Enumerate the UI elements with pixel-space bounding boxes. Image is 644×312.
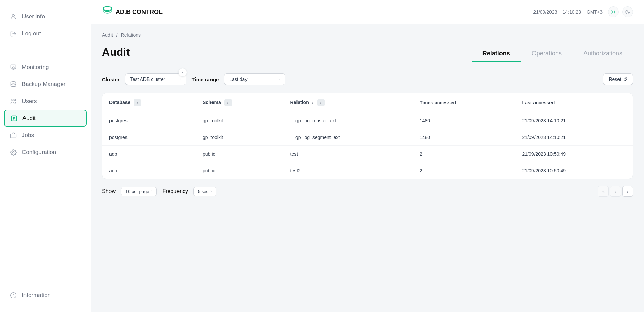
person-icon xyxy=(10,13,17,20)
cell-relation: test2 xyxy=(284,162,413,179)
sidebar-item-users[interactable]: Users xyxy=(0,93,91,110)
main-content: AD.B CONTROL 21/09/2023 14:10:23 GMT+3 A… xyxy=(91,0,644,312)
cell-database: adb xyxy=(102,162,196,179)
theme-dark-button[interactable] xyxy=(622,6,633,17)
col-header-relation: Relation ↓ › xyxy=(284,93,413,112)
table-row: adb public test2 2 21/09/2023 10:50:49 xyxy=(102,162,633,179)
sidebar-item-configuration[interactable]: Configuration xyxy=(0,144,91,161)
logo: AD.B CONTROL xyxy=(102,5,163,18)
col-header-schema: Schema › xyxy=(196,93,283,112)
sidebar-item-audit[interactable]: Audit xyxy=(4,110,87,127)
sidebar-item-jobs[interactable]: Jobs xyxy=(0,127,91,144)
show-label: Show xyxy=(102,188,116,194)
cell-times-accessed: 2 xyxy=(413,146,515,162)
svg-rect-8 xyxy=(12,116,17,121)
sidebar-item-label: Log out xyxy=(22,30,41,37)
info-icon xyxy=(10,292,17,299)
cluster-filter-label: Cluster xyxy=(102,76,120,82)
table-row: postgres gp_toolkit __gp_log_segment_ext… xyxy=(102,129,633,146)
sidebar-item-log-out[interactable]: Log out xyxy=(0,25,91,42)
svg-point-14 xyxy=(103,7,112,11)
time-range-filter-label: Time range xyxy=(192,76,219,82)
header-timezone: GMT+3 xyxy=(587,9,603,15)
tab-operations[interactable]: Operations xyxy=(521,46,573,62)
schema-filter-button[interactable]: › xyxy=(224,99,232,106)
relation-filter-button[interactable]: › xyxy=(317,99,325,106)
next-page-button[interactable]: › xyxy=(622,186,633,197)
sort-down-icon: ↓ xyxy=(312,100,314,105)
sidebar-item-label: Audit xyxy=(22,115,36,122)
table-row: postgres gp_toolkit __gp_log_master_ext … xyxy=(102,112,633,129)
header-time: 14:10:23 xyxy=(562,9,581,15)
reset-label: Reset xyxy=(609,76,621,82)
data-table-container: Database › Schema › Relation ↓ › xyxy=(102,93,633,179)
tab-underline xyxy=(102,65,633,65)
table-header: Database › Schema › Relation ↓ › xyxy=(102,93,633,112)
gear-icon xyxy=(10,149,17,156)
header-date: 21/09/2023 xyxy=(533,9,557,15)
cell-schema: gp_toolkit xyxy=(196,112,283,129)
page-header: Audit Relations Operations Authorization… xyxy=(102,46,633,62)
prev-page-button[interactable]: ‹ xyxy=(610,186,621,197)
database-filter-button[interactable]: › xyxy=(134,99,141,106)
svg-point-0 xyxy=(12,14,15,17)
col-header-database: Database › xyxy=(102,93,196,112)
cell-database: adb xyxy=(102,146,196,162)
sidebar-item-user-info[interactable]: User info xyxy=(0,8,91,25)
cluster-filter-select[interactable]: Test ADB cluster › xyxy=(125,73,186,85)
logo-text: AD.B CONTROL xyxy=(116,8,163,16)
table-header-row: Database › Schema › Relation ↓ › xyxy=(102,93,633,112)
sidebar: User info Log out Monitoring Backup Mana… xyxy=(0,0,91,312)
audit-icon xyxy=(10,115,18,122)
sidebar-item-label: User info xyxy=(22,13,45,20)
frequency-value: 5 sec xyxy=(198,189,208,194)
cell-last-accessed: 21/09/2023 14:10:21 xyxy=(515,112,633,129)
header-icons xyxy=(608,6,633,17)
tab-authorizations[interactable]: Authorizations xyxy=(573,46,633,62)
sidebar-item-label: Monitoring xyxy=(22,64,49,71)
pagination-left: Show 10 per page › Frequency 5 sec › xyxy=(102,187,216,196)
sidebar-item-label: Information xyxy=(22,292,51,299)
sidebar-item-monitoring[interactable]: Monitoring xyxy=(0,59,91,76)
sidebar-item-information[interactable]: Information xyxy=(0,287,91,304)
cell-last-accessed: 21/09/2023 10:50:49 xyxy=(515,146,633,162)
svg-point-5 xyxy=(11,82,16,83)
svg-line-21 xyxy=(615,13,615,14)
frequency-select[interactable]: 5 sec › xyxy=(193,187,216,196)
cluster-filter-value: Test ADB cluster xyxy=(130,76,165,82)
data-table: Database › Schema › Relation ↓ › xyxy=(102,93,633,179)
first-page-button[interactable]: « xyxy=(598,186,609,197)
svg-point-7 xyxy=(14,99,16,101)
page-content: Audit / Relations Audit Relations Operat… xyxy=(91,24,644,312)
breadcrumb: Audit / Relations xyxy=(102,32,633,38)
pagination-controls: « ‹ › xyxy=(598,186,633,197)
cell-relation: __gp_log_master_ext xyxy=(284,112,413,129)
page-title: Audit xyxy=(102,46,130,58)
chevron-right-icon: › xyxy=(210,189,212,194)
svg-point-6 xyxy=(12,99,13,101)
svg-line-22 xyxy=(612,13,612,14)
breadcrumb-separator: / xyxy=(116,32,118,38)
logout-icon xyxy=(10,30,17,37)
reset-icon: ↺ xyxy=(623,76,627,82)
tab-relations[interactable]: Relations xyxy=(472,46,521,62)
sidebar-item-label: Users xyxy=(22,98,37,105)
sidebar-item-label: Jobs xyxy=(22,132,34,139)
theme-light-button[interactable] xyxy=(608,6,619,17)
col-header-times-accessed: Times accessed xyxy=(413,93,515,112)
table-row: adb public test 2 21/09/2023 10:50:49 xyxy=(102,146,633,162)
cell-database: postgres xyxy=(102,129,196,146)
backup-icon xyxy=(10,81,17,88)
reset-button[interactable]: Reset ↺ xyxy=(603,73,633,85)
chevron-right-icon: › xyxy=(279,77,280,82)
sidebar-collapse-button[interactable]: ‹ xyxy=(178,68,187,77)
table-body: postgres gp_toolkit __gp_log_master_ext … xyxy=(102,112,633,179)
users-icon xyxy=(10,98,17,105)
cell-relation: test xyxy=(284,146,413,162)
cell-database: postgres xyxy=(102,112,196,129)
time-range-filter-select[interactable]: Last day › xyxy=(224,73,285,85)
sidebar-item-backup-manager[interactable]: Backup Manager xyxy=(0,76,91,93)
app-header: AD.B CONTROL 21/09/2023 14:10:23 GMT+3 xyxy=(91,0,644,24)
svg-rect-9 xyxy=(11,134,16,138)
page-size-select[interactable]: 10 per page › xyxy=(121,187,157,196)
